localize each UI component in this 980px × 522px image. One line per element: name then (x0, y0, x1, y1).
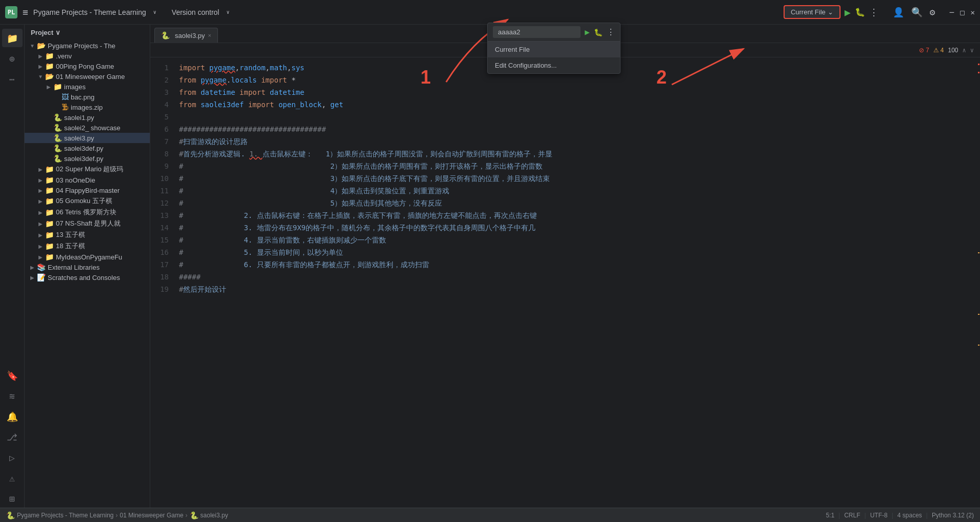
tree-item-tetris[interactable]: ▶ 📁 06 Tetris 俄罗斯方块 (25, 207, 150, 218)
python-icon-saolei3def: 🐍 (53, 144, 62, 152)
tree-item-saolei2[interactable]: 🐍 saolei2_ showcase (25, 123, 150, 133)
structure-icon[interactable]: ≋ (2, 387, 23, 405)
code-line-17: # 6. 只要所有非雷的格子都被点开，则游戏胜利，成功扫雷 (179, 258, 973, 271)
warn-icon: ⚠ (933, 47, 939, 54)
tab-close-button[interactable]: × (208, 32, 211, 38)
notifications-icon[interactable]: 🔔 (2, 407, 23, 426)
run-config-button[interactable]: Current File ⌄ (784, 5, 841, 19)
tree-item-flappy[interactable]: ▶ 📁 04 FlappyBird-master (25, 185, 150, 195)
vcs-icon[interactable]: ⊕ (2, 49, 23, 68)
minimize-button[interactable]: ─ (950, 8, 954, 16)
editor-area: 🐍 saolei3.py × ⊘ 7 ⚠ 4 100 ∧ ∨ 1 (150, 25, 980, 508)
tree-item-root[interactable]: ▼ 📂 Pygame Projects - The (25, 41, 150, 51)
version-control-arrow[interactable]: ∨ (226, 9, 229, 15)
code-line-12: # 5）如果点击到其他地方，没有反应 (179, 197, 973, 209)
config-more-icon[interactable]: ⋮ (607, 27, 615, 37)
code-line-19: #然后开始设计 (179, 283, 973, 295)
run-icon-side[interactable]: ▷ (2, 448, 23, 467)
chevron-up-icon[interactable]: ∧ (963, 47, 966, 54)
tree-item-18[interactable]: ▶ 📁 18 五子棋 (25, 240, 150, 252)
debug-button-icon[interactable]: 🐛 (855, 7, 865, 17)
tree-item-bac[interactable]: 🖼 bac.png (25, 92, 150, 102)
git-icon[interactable]: ⎇ (2, 428, 23, 446)
tree-item-mario[interactable]: ▶ 📁 02 Super Mario 超级玛 (25, 164, 150, 175)
status-indent: 4 spaces (897, 512, 922, 519)
config-debug-icon[interactable]: 🐛 (594, 28, 603, 36)
search-icon[interactable]: 🔍 (911, 7, 923, 17)
tree-item-mine[interactable]: ▼ 📂 01 Minesweeper Game (25, 71, 150, 82)
tree-item-zip[interactable]: 🗜 images.zip (25, 102, 150, 112)
tree-label-scratches: Scratches and Consoles (48, 274, 120, 282)
ext-lib-icon: 📚 (37, 263, 46, 271)
editor-tab-saolei3[interactable]: 🐍 saolei3.py × (154, 28, 218, 43)
tree-item-myideas[interactable]: ▶ 📁 MyIdeasOnPygameFu (25, 252, 150, 262)
code-line-4: from saolei3def import open_block, get (179, 98, 973, 111)
tree-label-saolei3: saolei3.py (64, 134, 94, 142)
project-header-arrow[interactable]: ∨ (55, 29, 61, 36)
tree-item-ping[interactable]: ▶ 📁 00Ping Pong Game (25, 61, 150, 71)
tree-label-mine: 01 Minesweeper Game (56, 73, 125, 81)
chevron-down-icon[interactable]: ∨ (970, 47, 974, 54)
code-line-16: # 5. 显示当前时间，以秒为单位 (179, 246, 973, 258)
tree-item-venv[interactable]: ▶ 📁 .venv (25, 51, 150, 61)
config-row: aaaaa2 ▶ 🐛 ⋮ (488, 23, 620, 42)
tree-item-13[interactable]: ▶ 📁 13 五子棋 (25, 229, 150, 240)
code-editor[interactable]: import pygame,random,math,sys from pygam… (175, 57, 973, 508)
more-options-icon[interactable]: ⋮ (869, 7, 878, 17)
tree-item-saolei3[interactable]: 🐍 saolei3.py (25, 133, 150, 143)
account-icon[interactable]: 👤 (893, 7, 904, 17)
error-badge: ⊘ 7 (919, 47, 929, 54)
problems-icon[interactable]: ⚠ (2, 469, 23, 487)
tree-label-gomoku: 05 Gomoku 五子棋 (56, 196, 112, 206)
editor-scrollbar[interactable] (973, 57, 980, 508)
warning-badge: ⚠ 4 (933, 47, 944, 54)
tree-arrow-mine: ▼ (37, 74, 44, 79)
tree-arrow-extlib: ▶ (29, 265, 36, 270)
code-line-11: # 4）如果点击到笑脸位置，则重置游戏 (179, 185, 973, 197)
close-button[interactable]: ✕ (971, 8, 975, 16)
folder-icon-gomoku: 📁 (45, 197, 54, 205)
more-tools-icon[interactable]: ⋯ (2, 70, 23, 88)
python-icon-saolei2: 🐍 (53, 124, 62, 132)
project-icon[interactable]: 📁 (2, 29, 23, 47)
tree-arrow-noone: ▶ (37, 177, 44, 183)
code-line-9: # 2）如果所点击的格子周围有雷，则打开该格子，显示出格子的雷数 (179, 160, 973, 172)
current-file-option[interactable]: Current File (488, 42, 620, 57)
edit-configurations-option[interactable]: Edit Configurations... (488, 57, 620, 73)
tree-arrow-13: ▶ (37, 232, 44, 238)
config-run-icon[interactable]: ▶ (585, 27, 590, 37)
version-control-label: Version control (172, 8, 219, 16)
run-button-icon[interactable]: ▶ (845, 6, 851, 18)
app-logo: PL (5, 6, 17, 18)
tree-arrow-18: ▶ (37, 244, 44, 249)
tree-item-extlib[interactable]: ▶ 📚 External Libraries (25, 262, 150, 272)
terminal-icon[interactable]: ⊞ (2, 489, 23, 508)
warn-marker-1 (978, 252, 979, 253)
status-line-ending: CRLF (844, 512, 860, 519)
tree-label-saolei3def: saolei3def.py (64, 145, 104, 152)
tree-label-images: images (64, 83, 86, 91)
tree-item-saolei3def2[interactable]: 🐍 saolei3def.py (25, 153, 150, 164)
settings-icon[interactable]: ⚙ (930, 7, 935, 17)
title-bar-center: Current File ⌄ ▶ 🐛 ⋮ 👤 🔍 ⚙ ─ □ ✕ (784, 5, 975, 19)
maximize-button[interactable]: □ (960, 8, 964, 16)
tree-label-flappy: 04 FlappyBird-master (56, 187, 119, 194)
breadcrumb-arrow-1: › (116, 512, 118, 519)
tree-label-13: 13 五子棋 (56, 230, 85, 239)
tree-item-saolei3def[interactable]: 🐍 saolei3def.py (25, 143, 150, 153)
tree-item-gomoku[interactable]: ▶ 📁 05 Gomoku 五子棋 (25, 195, 150, 207)
tree-item-noone[interactable]: ▶ 📁 03 noOneDie (25, 175, 150, 185)
folder-icon-nsshaft: 📁 (45, 219, 54, 228)
folder-icon-noone: 📁 (45, 176, 54, 184)
tree-item-scratches[interactable]: ▶ 📝 Scratches and Consoles (25, 272, 150, 283)
code-line-5 (179, 111, 973, 123)
status-file-python-icon: 🐍 (190, 511, 198, 519)
tree-item-nsshaft[interactable]: ▶ 📁 07 NS-Shaft 是男人就 (25, 218, 150, 229)
folder-icon-flappy: 📁 (45, 186, 54, 194)
bookmarks-icon[interactable]: 🔖 (2, 366, 23, 385)
hamburger-menu-icon[interactable]: ≡ (23, 7, 28, 17)
tree-item-images[interactable]: ▶ 📁 images (25, 82, 150, 92)
title-bar-right: 👤 🔍 ⚙ (893, 7, 935, 17)
project-dropdown-arrow[interactable]: ∨ (153, 9, 156, 15)
tree-item-saolei1[interactable]: 🐍 saolei1.py (25, 112, 150, 123)
